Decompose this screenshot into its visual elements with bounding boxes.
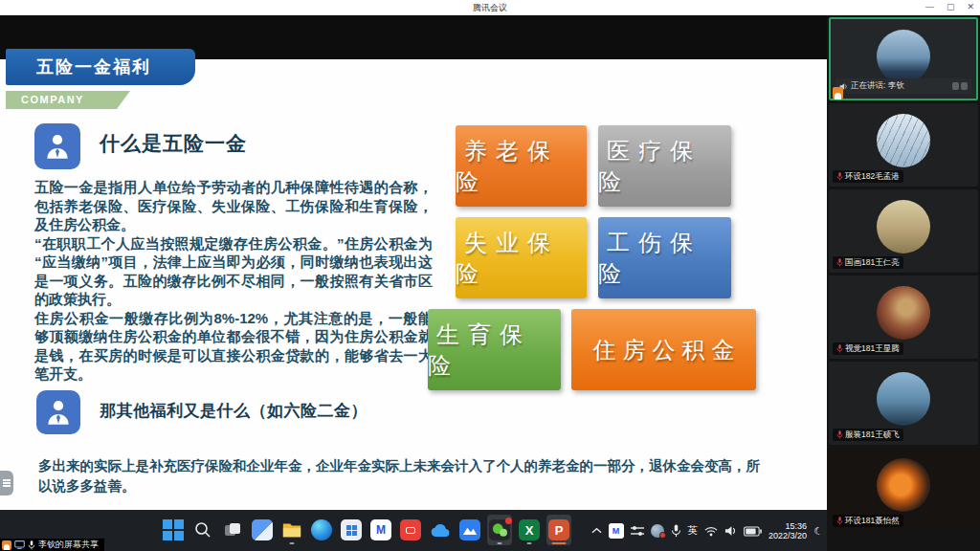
close-button[interactable]: ✕: [967, 1, 974, 13]
screen-icon: [14, 540, 25, 549]
mic-muted-icon: [836, 430, 843, 439]
video-tile[interactable]: 环设182毛孟港: [829, 103, 978, 187]
taskbar-widgets-button[interactable]: [250, 515, 275, 545]
notification-dot: [505, 518, 512, 524]
mic-muted-icon: [836, 344, 843, 353]
slide-title-tab: 五险一金福利: [6, 49, 195, 85]
taskbar-icons: M X: [161, 515, 571, 545]
video-tile[interactable]: 国画181王仁亮: [829, 189, 978, 273]
body-text-block: 五险一金是指用人单位给予劳动者的几种保障性待遇的合称，包括养老保险、医疗保险、失…: [34, 178, 433, 384]
hamburger-icon: [3, 482, 11, 484]
window-controls: — ▢ ✕: [925, 1, 974, 13]
running-indicator: [498, 542, 502, 545]
volume-icon[interactable]: [724, 525, 737, 537]
participant-name: 环设182毛孟港: [833, 170, 903, 183]
participant-name: 环设181聂怡然: [833, 515, 903, 527]
screen-share-status: 李钦的屏幕共享: [0, 539, 104, 551]
microphone-icon[interactable]: [671, 524, 681, 538]
powerpoint-icon: P: [548, 519, 569, 540]
maximize-button[interactable]: ▢: [947, 1, 955, 13]
taskbar-red-app-button[interactable]: [398, 515, 423, 545]
video-tile[interactable]: 视觉181王显腾: [829, 276, 978, 359]
speaking-indicator: 正在讲话: 李钦: [835, 78, 971, 94]
avatar: [877, 372, 930, 426]
insurance-box-injury: 工伤保险: [598, 217, 731, 298]
clock-time: 15:36: [768, 521, 807, 531]
security-tray-icon[interactable]: [651, 524, 664, 538]
tencent-docs-icon: [459, 519, 480, 540]
insurance-box-maternity: 生育保险: [428, 309, 561, 390]
active-window-indicator: [552, 542, 567, 545]
window-title: 腾讯会议: [0, 2, 980, 14]
taskbar-tencent-meeting-button[interactable]: M: [368, 515, 393, 545]
mic-muted-icon: [836, 172, 843, 181]
insurance-box-medical: 医疗保险: [598, 125, 731, 207]
taskbar-file-explorer-button[interactable]: [279, 515, 304, 545]
insurance-box-pension: 养老保险: [456, 125, 587, 207]
meeting-toolbar-handle[interactable]: [0, 471, 13, 496]
avatar: [877, 114, 930, 167]
do-not-disturb-moon-icon[interactable]: ☾: [813, 525, 823, 538]
clock[interactable]: 15:36 2022/3/20: [768, 521, 807, 540]
person-icon: [34, 123, 80, 169]
participant-name: 服装181王硕飞: [833, 429, 903, 441]
insurance-box-housing-fund: 住房公积金: [571, 309, 756, 390]
taskbar-tencent-docs-button[interactable]: [457, 515, 482, 545]
sliders-icon[interactable]: [631, 525, 644, 537]
wechat-icon: [489, 519, 510, 540]
ime-indicator[interactable]: 英: [688, 524, 699, 538]
share-label-text: 李钦的屏幕共享: [38, 539, 99, 551]
tray-expand-chevron-icon[interactable]: [591, 527, 602, 535]
system-tray: M 英 15:36 2022/3/20 ☾: [591, 514, 823, 548]
wifi-icon[interactable]: [704, 526, 718, 537]
avatar: [877, 30, 930, 83]
video-tile-speaker[interactable]: 正在讲话: 李钦: [829, 17, 978, 100]
avatar: [877, 286, 930, 340]
taskbar: M X: [0, 510, 827, 551]
presenter-badge-icon: [833, 87, 843, 99]
insurance-box-unemployment: 失业保险: [456, 217, 587, 298]
paragraph-4: 多出来的实际上是补充医疗保险和企业年金，企业年金实际上未来会计入了个人的养老金的…: [38, 456, 764, 496]
person-icon: [36, 390, 80, 434]
participant-name: 国画181王仁亮: [833, 256, 903, 269]
taskbar-edge-button[interactable]: [309, 515, 334, 545]
taskbar-excel-button[interactable]: X: [517, 515, 542, 545]
red-app-icon: [400, 519, 421, 540]
taskbar-store-button[interactable]: [339, 515, 364, 545]
mic-muted-icon: [836, 258, 843, 267]
mic-icon: [28, 540, 35, 550]
onedrive-cloud-icon: [430, 523, 451, 538]
company-ribbon: COMPANY: [6, 91, 130, 109]
shared-screen: 五险一金福利 COMPANY 什么是五险一金 五险一金是指用人单位给予劳动者的几…: [0, 15, 827, 551]
taskbar-task-view-button[interactable]: [220, 515, 245, 545]
taskbar-start-button[interactable]: [161, 515, 186, 545]
taskbar-powerpoint-button[interactable]: P: [546, 515, 571, 545]
screen: 腾讯会议 — ▢ ✕ 五险一金福利 COMPANY 什么是五险一金 五险一金是指…: [0, 0, 980, 551]
avatar: [877, 200, 930, 253]
clock-date: 2022/3/20: [768, 531, 807, 540]
participants-sidebar: 正在讲话: 李钦 环设182毛孟港 国画181王仁亮 视觉181王显腾: [827, 15, 980, 551]
mic-muted-icon: [836, 517, 843, 525]
excel-icon: X: [519, 519, 540, 540]
running-indicator: [290, 542, 295, 545]
taskbar-search-button[interactable]: [190, 515, 215, 545]
video-tile[interactable]: 环设181聂怡然: [829, 448, 978, 531]
microsoft-store-icon: [341, 519, 362, 540]
edge-browser-icon: [311, 519, 332, 540]
taskbar-onedrive-button[interactable]: [428, 515, 453, 545]
battery-icon[interactable]: [744, 526, 762, 537]
taskbar-wechat-button[interactable]: [487, 515, 512, 545]
tencent-meeting-tray-icon[interactable]: M: [609, 523, 624, 539]
paragraph-1: 五险一金是指用人单位给予劳动者的几种保障性待遇的合称，包括养老保险、医疗保险、失…: [34, 178, 433, 234]
avatar: [877, 458, 930, 512]
tencent-meeting-icon: M: [370, 519, 391, 540]
speaking-label: 正在讲话: 李钦: [851, 80, 904, 92]
paragraph-2: “在职职工个人应当按照规定缴存住房公积金。”住房公积金为“应当缴纳”项目，法律上…: [34, 234, 433, 309]
section-heading-what-is: 什么是五险一金: [100, 130, 247, 157]
search-icon: [193, 520, 212, 540]
video-tile[interactable]: 服装181王硕飞: [829, 362, 978, 445]
minimize-button[interactable]: —: [925, 1, 934, 13]
participant-name: 视觉181王显腾: [833, 342, 903, 355]
task-view-icon: [223, 520, 242, 540]
section-heading-others: 那其他福利又是什么（如六险二金）: [100, 400, 368, 422]
